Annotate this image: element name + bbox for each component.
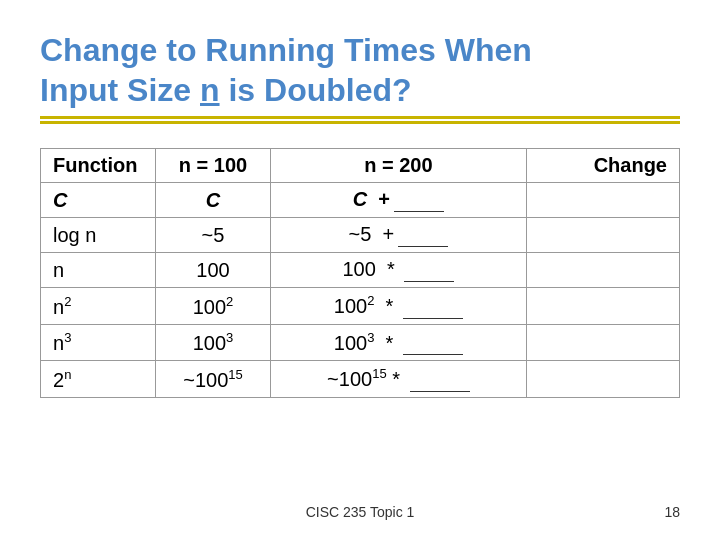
blank-2	[398, 223, 448, 247]
row-function: n3	[41, 324, 156, 361]
table-row: log n ~5 ~5 +	[41, 218, 680, 253]
row-change	[526, 183, 679, 218]
table-wrapper: Function n = 100 n = 200 Change C C C + …	[40, 148, 680, 494]
row-change	[526, 324, 679, 361]
row-n200: C +	[271, 183, 527, 218]
row-change	[526, 361, 679, 398]
row-n200: 1002 *	[271, 288, 527, 325]
row-change	[526, 288, 679, 325]
title-divider	[40, 116, 680, 119]
table-row: 2n ~10015 ~10015 *	[41, 361, 680, 398]
row-change	[526, 218, 679, 253]
blank-1	[394, 188, 444, 212]
blank-6	[410, 368, 470, 392]
row-function: n2	[41, 288, 156, 325]
row-change	[526, 253, 679, 288]
slide-container: Change to Running Times When Input Size …	[0, 0, 720, 540]
blank-5	[403, 331, 463, 355]
header-function: Function	[41, 149, 156, 183]
row-n200: ~5 +	[271, 218, 527, 253]
title-line1: Change to Running Times When	[40, 32, 532, 68]
title-line2-suffix: is Doubled?	[220, 72, 412, 108]
table-row: C C C +	[41, 183, 680, 218]
footer: CISC 235 Topic 1 18	[40, 504, 680, 520]
table-header-row: Function n = 100 n = 200 Change	[41, 149, 680, 183]
row-function: n	[41, 253, 156, 288]
table-row: n3 1003 1003 *	[41, 324, 680, 361]
header-n200: n = 200	[271, 149, 527, 183]
row-n100: 1003	[156, 324, 271, 361]
title-section: Change to Running Times When Input Size …	[40, 30, 680, 140]
row-function: C	[41, 183, 156, 218]
row-n100: ~5	[156, 218, 271, 253]
row-n100: 100	[156, 253, 271, 288]
title-n: n	[200, 72, 220, 108]
title-line2-prefix: Input Size	[40, 72, 200, 108]
title-divider2	[40, 121, 680, 124]
row-n200: 1003 *	[271, 324, 527, 361]
row-n200: ~10015 *	[271, 361, 527, 398]
table-row: n 100 100 *	[41, 253, 680, 288]
row-n200: 100 *	[271, 253, 527, 288]
row-n100: C	[156, 183, 271, 218]
row-n100: 1002	[156, 288, 271, 325]
row-n100: ~10015	[156, 361, 271, 398]
row-function: 2n	[41, 361, 156, 398]
row-function: log n	[41, 218, 156, 253]
blank-4	[403, 295, 463, 319]
blank-3	[404, 258, 454, 282]
footer-page: 18	[650, 504, 680, 520]
footer-center: CISC 235 Topic 1	[70, 504, 650, 520]
title-text: Change to Running Times When Input Size …	[40, 30, 680, 110]
main-table: Function n = 100 n = 200 Change C C C + …	[40, 148, 680, 398]
header-change: Change	[526, 149, 679, 183]
header-n100: n = 100	[156, 149, 271, 183]
table-row: n2 1002 1002 *	[41, 288, 680, 325]
